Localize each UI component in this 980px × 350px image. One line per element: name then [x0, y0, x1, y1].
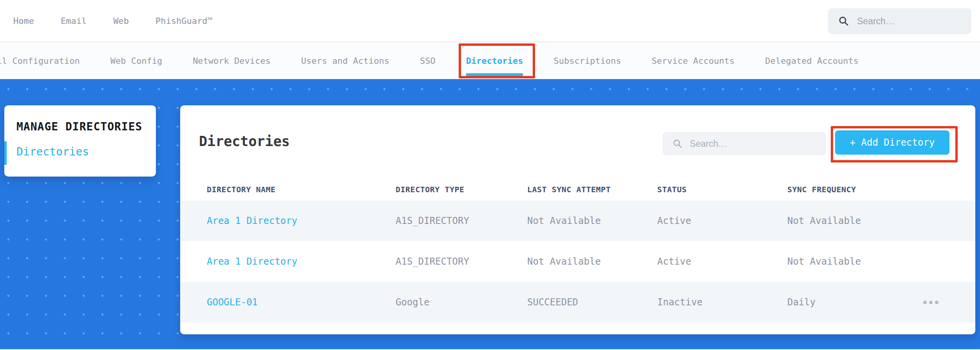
active-tab-underline — [466, 73, 523, 76]
column-header-last-sync-attempt: LAST SYNC ATTEMPT — [527, 179, 611, 200]
ellipsis-icon — [923, 301, 927, 304]
column-header-directory-name: DIRECTORY NAME — [207, 179, 276, 200]
directory-type-cell: Google — [396, 282, 430, 323]
sync-frequency-cell: Daily — [787, 282, 815, 323]
directory-type-cell: A1S_DIRECTORY — [396, 200, 469, 241]
active-item-indicator — [4, 141, 7, 165]
ellipsis-icon — [935, 301, 938, 304]
row-menu-button[interactable] — [919, 282, 942, 323]
top-navigation: Home Email Web PhishGuard™ Search… — [0, 0, 980, 42]
tab-directories-label: Directories — [466, 56, 523, 66]
ellipsis-icon — [929, 301, 933, 304]
directories-search-placeholder: Search… — [690, 139, 727, 149]
page-title: Directories — [199, 134, 290, 149]
topnav-item-email[interactable]: Email — [61, 16, 87, 26]
column-header-status: STATUS — [657, 179, 687, 200]
tab-delegated-accounts[interactable]: Delegated Accounts — [765, 56, 859, 66]
sync-frequency-cell: Not Available — [787, 200, 861, 241]
search-icon — [673, 139, 683, 149]
last-sync-cell: Not Available — [527, 200, 601, 241]
last-sync-cell: Not Available — [527, 241, 601, 282]
content-area: MANAGE DIRECTORIES Directories Directori… — [0, 79, 980, 349]
tab-subscriptions[interactable]: Subscriptions — [553, 56, 621, 66]
directories-panel: Directories Search… + Add Directory DIRE… — [180, 105, 975, 334]
global-search-placeholder: Search… — [857, 16, 895, 27]
sidebar-title: MANAGE DIRECTORIES — [16, 120, 142, 133]
add-directory-button[interactable]: + Add Directory — [835, 130, 949, 155]
tab-service-accounts[interactable]: Service Accounts — [652, 56, 735, 66]
status-cell: Active — [657, 200, 691, 241]
topnav-item-phishguard[interactable]: PhishGuard™ — [155, 16, 213, 26]
tab-network-devices[interactable]: Network Devices — [193, 56, 271, 66]
tab-sso[interactable]: SSO — [420, 56, 436, 66]
topnav-item-web[interactable]: Web — [113, 16, 129, 26]
topnav-item-home[interactable]: Home — [13, 16, 34, 26]
directory-name-link[interactable]: Area 1 Directory — [207, 241, 297, 282]
column-header-directory-type: DIRECTORY TYPE — [396, 179, 465, 200]
directory-name-link[interactable]: GOOGLE-01 — [207, 282, 258, 323]
table-row: Area 1 Directory A1S_DIRECTORY Not Avail… — [180, 200, 975, 241]
table-row: GOOGLE-01 Google SUCCEEDED Inactive Dail… — [180, 282, 975, 323]
table-header-row: DIRECTORY NAME DIRECTORY TYPE LAST SYNC … — [180, 179, 975, 200]
tab-users-and-actions[interactable]: Users and Actions — [301, 56, 389, 66]
last-sync-cell: SUCCEEDED — [527, 282, 578, 323]
tab-email-configuration[interactable]: Email Configuration — [0, 56, 80, 66]
sidebar-item-directories[interactable]: Directories — [16, 145, 89, 158]
sync-frequency-cell: Not Available — [787, 241, 861, 282]
table-row: Area 1 Directory A1S_DIRECTORY Not Avail… — [180, 241, 975, 282]
directory-type-cell: A1S_DIRECTORY — [396, 241, 469, 282]
status-cell: Active — [657, 241, 691, 282]
manage-directories-card: MANAGE DIRECTORIES Directories — [4, 105, 156, 177]
search-icon — [838, 16, 849, 27]
settings-tab-bar: Email Configuration Web Config Network D… — [0, 42, 980, 79]
tab-directories[interactable]: Directories — [466, 56, 523, 66]
column-header-sync-frequency: SYNC FREQUENCY — [787, 179, 856, 200]
directory-name-link[interactable]: Area 1 Directory — [207, 200, 297, 241]
status-cell: Inactive — [657, 282, 703, 323]
tab-web-config[interactable]: Web Config — [110, 56, 162, 66]
directories-search-input[interactable]: Search… — [663, 132, 826, 155]
global-search-input[interactable]: Search… — [828, 8, 971, 34]
